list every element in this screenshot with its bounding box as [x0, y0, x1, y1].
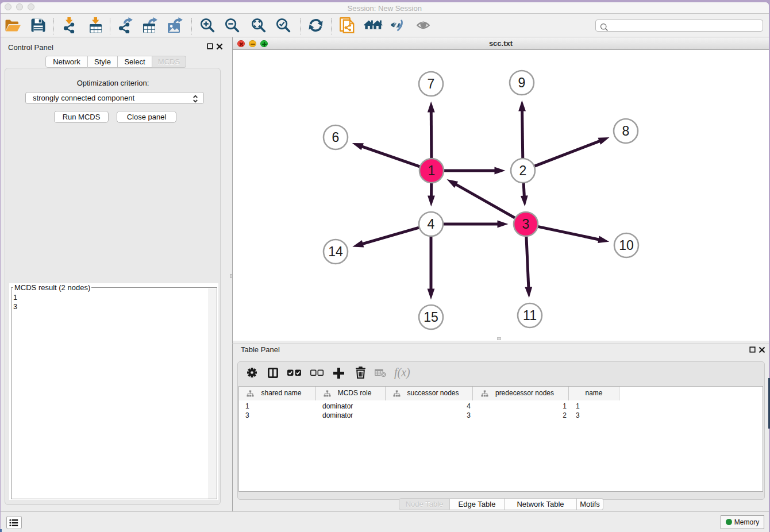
svg-text:7: 7 [428, 76, 435, 91]
svg-text:1: 1 [428, 163, 436, 178]
svg-text:6: 6 [332, 130, 340, 145]
svg-text:2: 2 [519, 163, 527, 178]
svg-text:15: 15 [424, 310, 438, 325]
svg-text:9: 9 [518, 75, 526, 90]
svg-text:8: 8 [622, 124, 630, 138]
svg-text:4: 4 [428, 217, 435, 232]
svg-text:3: 3 [522, 217, 530, 232]
svg-text:14: 14 [328, 244, 343, 259]
svg-text:10: 10 [619, 238, 634, 253]
svg-text:11: 11 [523, 308, 537, 323]
svg-text:f(x): f(x) [394, 367, 410, 379]
